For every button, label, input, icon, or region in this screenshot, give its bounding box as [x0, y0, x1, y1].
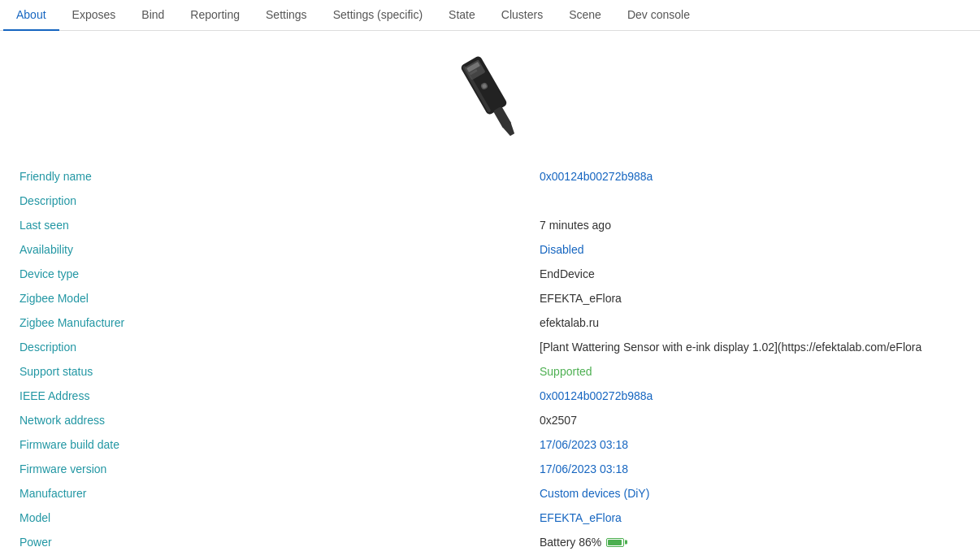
value-manufacturer[interactable]: Custom devices (DiY): [540, 487, 960, 500]
tab-settings[interactable]: Settings: [253, 0, 320, 31]
value-power: Battery 86%: [540, 536, 960, 549]
value-device-type: EndDevice: [540, 267, 960, 280]
value-network-address: 0x2507: [540, 414, 960, 427]
value-last-seen: 7 minutes ago: [540, 219, 960, 232]
label-description-2: Description: [20, 341, 540, 354]
device-image: [441, 47, 539, 145]
tab-bar: About Exposes Bind Reporting Settings Se…: [0, 0, 980, 31]
row-network-address: Network address 0x2507: [20, 408, 960, 432]
row-manufacturer: Manufacturer Custom devices (DiY): [20, 481, 960, 506]
row-firmware-build-date: Firmware build date 17/06/2023 03:18: [20, 432, 960, 457]
row-friendly-name: Friendly name 0x00124b00272b988a: [20, 164, 960, 189]
row-interview-completed: Interview completed True: [20, 554, 960, 560]
row-ieee-address: IEEE Address 0x00124b00272b988a: [20, 384, 960, 408]
tab-bind[interactable]: Bind: [128, 0, 177, 31]
tab-about[interactable]: About: [3, 0, 59, 31]
tab-clusters[interactable]: Clusters: [488, 0, 556, 31]
tab-reporting[interactable]: Reporting: [177, 0, 253, 31]
device-image-container: [20, 47, 960, 145]
label-firmware-build-date: Firmware build date: [20, 438, 540, 451]
row-last-seen: Last seen 7 minutes ago: [20, 213, 960, 237]
value-zigbee-manufacturer: efektalab.ru: [540, 316, 960, 329]
label-model: Model: [20, 511, 540, 524]
value-zigbee-model: EFEKTA_eFlora: [540, 292, 960, 305]
row-firmware-version: Firmware version 17/06/2023 03:18: [20, 457, 960, 481]
row-device-type: Device type EndDevice: [20, 262, 960, 286]
value-availability[interactable]: Disabled: [540, 243, 960, 256]
value-firmware-build-date: 17/06/2023 03:18: [540, 438, 960, 451]
value-ieee-address[interactable]: 0x00124b00272b988a: [540, 389, 960, 402]
row-zigbee-model: Zigbee Model EFEKTA_eFlora: [20, 286, 960, 310]
label-firmware-version: Firmware version: [20, 462, 540, 475]
tab-dev-console[interactable]: Dev console: [614, 0, 703, 31]
row-availability: Availability Disabled: [20, 237, 960, 262]
tab-scene[interactable]: Scene: [556, 0, 614, 31]
label-device-type: Device type: [20, 267, 540, 280]
label-description-1: Description: [20, 194, 540, 207]
battery-icon: [606, 538, 624, 547]
value-model[interactable]: EFEKTA_eFlora: [540, 511, 960, 524]
label-ieee-address: IEEE Address: [20, 389, 540, 402]
tab-state[interactable]: State: [436, 0, 488, 31]
label-last-seen: Last seen: [20, 219, 540, 232]
main-content: Friendly name 0x00124b00272b988a Descrip…: [0, 31, 980, 560]
device-svg: [449, 47, 531, 145]
value-firmware-version: 17/06/2023 03:18: [540, 462, 960, 475]
label-zigbee-manufacturer: Zigbee Manufacturer: [20, 316, 540, 329]
row-description-1: Description: [20, 189, 960, 213]
info-section: Friendly name 0x00124b00272b988a Descrip…: [20, 164, 960, 560]
battery-text: Battery 86%: [540, 536, 601, 549]
row-zigbee-manufacturer: Zigbee Manufacturer efektalab.ru: [20, 310, 960, 335]
label-network-address: Network address: [20, 414, 540, 427]
label-support-status: Support status: [20, 365, 540, 378]
battery-display: Battery 86%: [540, 536, 624, 549]
label-manufacturer: Manufacturer: [20, 487, 540, 500]
row-support-status: Support status Supported: [20, 359, 960, 384]
tab-settings-specific[interactable]: Settings (specific): [320, 0, 436, 31]
label-availability: Availability: [20, 243, 540, 256]
row-model: Model EFEKTA_eFlora: [20, 506, 960, 530]
battery-fill: [608, 540, 621, 545]
row-power: Power Battery 86%: [20, 530, 960, 554]
label-friendly-name: Friendly name: [20, 170, 540, 183]
value-support-status: Supported: [540, 365, 960, 378]
label-power: Power: [20, 536, 540, 549]
label-zigbee-model: Zigbee Model: [20, 292, 540, 305]
value-friendly-name[interactable]: 0x00124b00272b988a: [540, 170, 960, 183]
row-description-2: Description [Plant Wattering Sensor with…: [20, 335, 960, 359]
value-description-2: [Plant Wattering Sensor with e-ink displ…: [540, 341, 960, 354]
tab-exposes[interactable]: Exposes: [59, 0, 129, 31]
